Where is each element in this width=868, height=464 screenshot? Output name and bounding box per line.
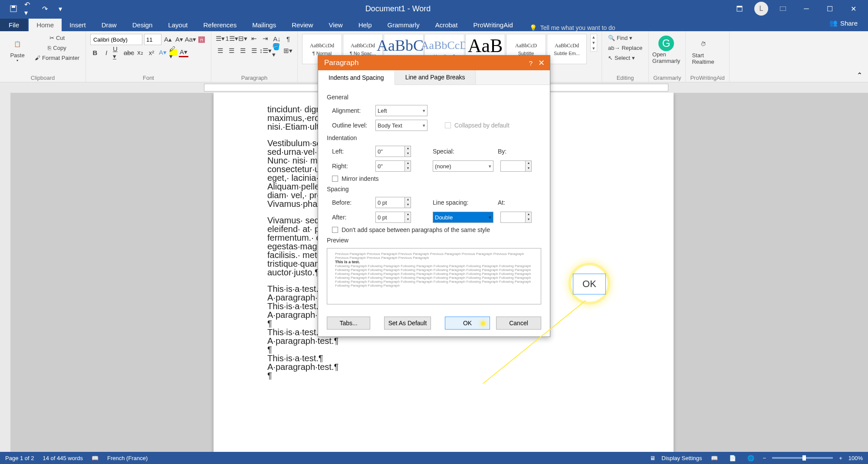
highlight-color-icon[interactable]: 🖊▾ [169,49,177,56]
dialog-titlebar[interactable]: Paragraph ? ✕ [318,56,550,70]
sort-icon[interactable]: A↓ [272,34,282,43]
status-words[interactable]: 14 of 445 words [43,455,83,461]
before-spinner[interactable]: ▴▾ [405,197,411,208]
tab-draw[interactable]: Draw [94,19,125,31]
align-right-icon[interactable]: ☰ [238,46,248,56]
after-input[interactable]: 0 pt [375,212,405,223]
show-marks-icon[interactable]: ¶ [283,34,293,43]
ok-button[interactable]: OK [445,317,490,330]
line-spacing-icon[interactable]: ↕☰▾ [261,46,270,56]
grow-font-icon[interactable]: A▴ [163,35,173,44]
at-spinner[interactable]: ▴▾ [526,212,532,223]
tell-me[interactable]: 💡 Tell me what you want to do [529,24,615,31]
before-input[interactable]: 0 pt [375,197,405,208]
mirror-indents-checkbox[interactable]: Mirror indents [332,175,379,182]
align-center-icon[interactable]: ☰ [227,46,237,56]
set-default-button[interactable]: Set As Default [384,317,431,330]
by-input[interactable] [500,160,526,172]
collapse-ribbon-icon[interactable]: ⌃ [857,71,862,79]
ribbon-options-icon[interactable] [731,2,748,15]
replace-button[interactable]: ab→Replace [606,44,644,52]
shrink-font-icon[interactable]: A▾ [174,35,184,44]
bold-button[interactable]: B [90,48,100,57]
tab-grammarly[interactable]: Grammarly [380,19,427,31]
format-painter-button[interactable]: 🖌Format Painter [33,54,81,62]
bullets-icon[interactable]: ☰▾ [216,34,225,43]
copy-button[interactable]: ⎘Copy [46,44,68,52]
tab-help[interactable]: Help [351,19,380,31]
alignment-select[interactable]: Left▾ [375,105,427,116]
find-button[interactable]: 🔍Find ▾ [606,34,634,42]
dialog-help-icon[interactable]: ? [529,59,533,67]
file-tab[interactable]: File [0,19,28,31]
undo-icon[interactable]: ↶ ▾ [24,4,34,13]
special-select[interactable]: (none)▾ [433,160,493,172]
numbering-icon[interactable]: 1☰▾ [227,34,237,43]
after-spinner[interactable]: ▴▾ [405,212,411,223]
zoom-in-icon[interactable]: + [839,455,842,461]
tab-mailings[interactable]: Mailings [244,19,284,31]
status-page[interactable]: Page 1 of 2 [5,455,34,461]
user-avatar[interactable]: L [754,2,768,16]
tab-indents-spacing[interactable]: Indents and Spacing [318,71,395,85]
tab-design[interactable]: Design [125,19,161,31]
status-language[interactable]: French (France) [107,455,148,461]
indent-left-spinner[interactable]: ▴▾ [405,146,411,157]
display-settings-icon[interactable]: 🖥 [650,455,655,461]
vertical-ruler[interactable] [0,93,10,452]
increase-indent-icon[interactable]: ⇥ [261,34,270,43]
superscript-button[interactable]: x² [147,48,156,57]
same-style-checkbox[interactable]: Don't add space between paragraphs of th… [332,226,490,233]
tabs-button[interactable]: Tabs... [327,317,370,330]
tab-line-page-breaks[interactable]: Line and Page Breaks [395,70,476,85]
by-spinner[interactable]: ▴▾ [526,160,532,172]
save-icon[interactable] [9,4,18,13]
print-layout-icon[interactable]: 📄 [727,454,739,462]
paste-button[interactable]: 📋 Paste ▾ [4,34,30,64]
line-spacing-select[interactable]: Double▾ [433,212,493,223]
read-mode-icon[interactable]: 📖 [708,454,720,462]
share-button[interactable]: 👥 Share [829,19,858,27]
dialog-close-icon[interactable]: ✕ [538,58,545,68]
multilevel-icon[interactable]: ⊟▾ [238,34,248,43]
redo-icon[interactable]: ↷ [40,4,49,13]
font-name-select[interactable] [90,34,142,45]
zoom-level[interactable]: 100% [848,455,863,461]
open-grammarly-button[interactable]: G Open Grammarly [653,34,679,66]
clear-formatting-icon[interactable]: 🅰 [197,35,207,44]
style-swatch[interactable]: AaBbCcDdSubtle Em... [547,34,587,64]
underline-button[interactable]: U ▾ [113,48,122,57]
qat-customize-icon[interactable]: ▾ [56,4,65,13]
tab-prowritingaid[interactable]: ProWritingAid [465,19,520,31]
at-input[interactable] [500,212,526,223]
web-layout-icon[interactable]: 🌐 [745,454,757,462]
font-color-icon[interactable]: A▾ [179,48,188,57]
styles-expand[interactable]: ▴▾▾ [590,34,597,52]
maximize-icon[interactable]: ☐ [821,2,838,15]
indent-left-input[interactable]: 0" [375,146,405,157]
tab-view[interactable]: View [321,19,350,31]
proofing-icon[interactable]: 📖 [92,455,99,461]
tab-layout[interactable]: Layout [160,19,195,31]
minimize-icon[interactable]: ─ [798,2,815,15]
shading-icon[interactable]: 🪣▾ [272,46,282,56]
strike-button[interactable]: abc [124,48,134,57]
display-settings-label[interactable]: Display Settings [661,455,702,461]
tab-review[interactable]: Review [284,19,321,31]
change-case-icon[interactable]: Aa▾ [186,35,195,44]
tab-insert[interactable]: Insert [62,19,94,31]
outline-select[interactable]: Body Text▾ [375,120,427,131]
window-options-icon[interactable] [774,2,792,15]
decrease-indent-icon[interactable]: ⇤ [250,34,259,43]
justify-icon[interactable]: ☰ [250,46,259,56]
tab-home[interactable]: Home [29,19,62,31]
align-left-icon[interactable]: ☰ [216,46,225,56]
select-button[interactable]: ↖Select ▾ [606,54,637,62]
indent-right-input[interactable]: 0" [375,160,405,172]
close-icon[interactable]: ✕ [845,2,862,15]
tab-references[interactable]: References [195,19,244,31]
font-size-select[interactable] [144,34,161,45]
borders-icon[interactable]: ⊞▾ [283,46,293,56]
tab-acrobat[interactable]: Acrobat [427,19,466,31]
zoom-out-icon[interactable]: − [763,455,766,461]
